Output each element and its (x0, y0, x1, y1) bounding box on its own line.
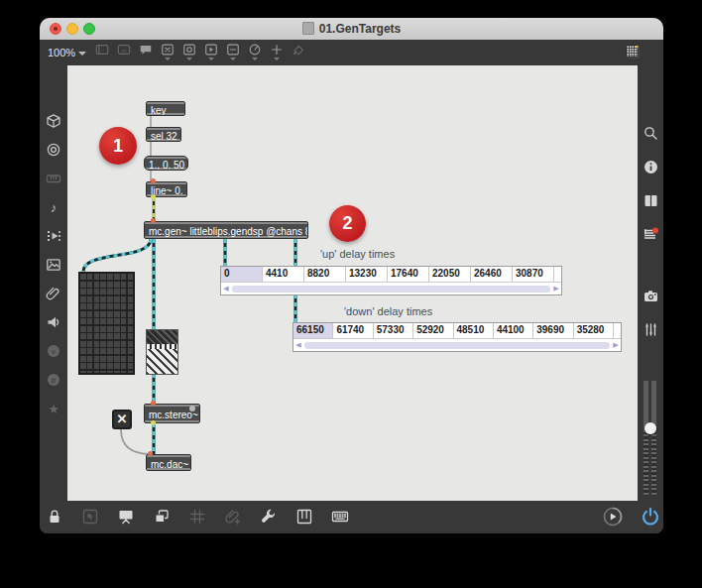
table-cell[interactable]: 30870 (513, 267, 554, 282)
qwerty-keyboard-icon[interactable] (331, 508, 349, 526)
object-palette: m (95, 43, 305, 59)
table-cell[interactable]: 0 (221, 267, 263, 282)
number-box-icon[interactable] (226, 43, 240, 59)
music-note-icon[interactable]: ♪ (46, 199, 61, 215)
title-bar[interactable]: 01.GenTargets (40, 18, 663, 41)
down-delay-table[interactable]: 6615061740573305292048510441003969035280… (292, 322, 622, 352)
paint-bucket-icon[interactable] (292, 43, 305, 59)
matrix-grid-object[interactable] (78, 272, 135, 375)
table-cell[interactable]: 48510 (454, 323, 494, 338)
step-badge-2: 2 (329, 205, 366, 242)
table-cell[interactable]: 4410 (263, 267, 304, 282)
inlet-dot (151, 401, 156, 406)
console-icon[interactable] (643, 226, 659, 243)
toggle-object-icon[interactable] (161, 43, 175, 59)
key-object[interactable]: key (146, 101, 185, 116)
button-object-icon[interactable] (182, 43, 196, 59)
table-cell[interactable]: 13230 (346, 267, 388, 282)
toolbar-right-icons (624, 43, 642, 60)
dial-icon[interactable] (248, 43, 262, 59)
grid-snap-icon[interactable] (188, 508, 206, 526)
object-box-icon[interactable] (95, 43, 109, 59)
svg-text:♪: ♪ (51, 200, 58, 215)
scroll-track[interactable] (304, 342, 610, 349)
midi-keyboard-icon[interactable] (46, 171, 61, 186)
mc-multislider-object[interactable] (146, 329, 178, 375)
comment-icon[interactable] (139, 43, 153, 59)
table-cell[interactable]: 35280 (574, 323, 614, 338)
up-delay-table[interactable]: 0441088201323017640220502646030870◀▶ (220, 266, 562, 295)
audio-plug-icon[interactable] (46, 314, 61, 330)
gain-knob[interactable] (644, 422, 656, 434)
lock-icon[interactable] (46, 508, 63, 526)
toggle-object[interactable]: ✕ (112, 410, 132, 429)
search-icon[interactable] (643, 125, 659, 142)
svg-text:★: ★ (48, 402, 59, 416)
patcher-window: 01.GenTargets 100% m ♪vb★ (40, 18, 663, 533)
mc-multislider-bottom (147, 349, 177, 374)
scroll-right-icon[interactable]: ▶ (611, 339, 621, 351)
step-badge-1: 1 (99, 127, 137, 165)
table-cell[interactable]: 52920 (413, 323, 453, 338)
select-arrow-icon[interactable] (81, 508, 99, 526)
layers-icon[interactable] (153, 508, 171, 526)
star-icon[interactable]: ★ (46, 401, 61, 416)
target-icon[interactable] (46, 142, 61, 158)
paperclip-icon[interactable] (46, 286, 61, 301)
add-object-icon[interactable] (270, 43, 284, 59)
chevron-down-icon (252, 58, 258, 60)
wrench-icon[interactable] (260, 508, 278, 526)
table-cell[interactable]: 8820 (304, 267, 346, 282)
table-cells: 6615061740573305292048510441003969035280 (293, 323, 621, 338)
outlet-dot (151, 420, 156, 425)
zoom-level-dropdown[interactable]: 100% (44, 44, 90, 61)
table-scrollbar[interactable]: ◀▶ (221, 282, 561, 294)
scroll-right-icon[interactable]: ▶ (551, 283, 561, 294)
down-delay-label: 'down' delay times (344, 305, 432, 317)
inlet-dot (148, 451, 153, 456)
audio-power-icon[interactable] (640, 506, 661, 528)
top-toolbar: 100% m (40, 40, 663, 65)
mcdac-object[interactable]: mc.dac~ (146, 454, 191, 471)
patcher-canvas[interactable]: key sel 32 1., 0. 50 line~ 0. mc.gen~ li… (67, 65, 638, 501)
chevron-down-icon (230, 58, 236, 60)
message-box[interactable]: 1., 0. 50 (144, 156, 188, 171)
table-cell[interactable]: 39690 (533, 323, 573, 338)
vizzie-icon[interactable]: v (46, 343, 61, 359)
table-cell[interactable]: 57330 (374, 323, 413, 338)
sequencer-icon[interactable] (46, 228, 61, 244)
info-icon[interactable] (643, 159, 659, 176)
chevron-down-icon (208, 58, 214, 60)
table-cell[interactable]: 61740 (333, 323, 373, 338)
beap-icon[interactable]: b (46, 372, 61, 388)
sel-object[interactable]: sel 32 (146, 127, 181, 142)
scroll-left-icon[interactable]: ◀ (293, 339, 303, 351)
presentation-icon[interactable] (117, 508, 135, 526)
reference-icon[interactable] (643, 192, 659, 209)
play-circle-icon[interactable] (602, 506, 624, 528)
chevron-down-icon (165, 58, 171, 60)
message-box-icon[interactable]: m (117, 43, 131, 59)
scroll-left-icon[interactable]: ◀ (221, 283, 231, 294)
table-cell[interactable]: 17640 (388, 267, 429, 282)
master-gain-slider[interactable] (644, 381, 657, 496)
scroll-track[interactable] (232, 286, 550, 293)
table-cell[interactable]: 26460 (471, 267, 513, 282)
mixer-icon[interactable] (643, 321, 659, 338)
mcgen-object[interactable]: mc.gen~ littleblips.gendsp @chans 8 (144, 221, 308, 239)
attach-icon[interactable] (224, 508, 242, 526)
grid-paper-icon[interactable] (624, 43, 642, 60)
chevron-down-icon (274, 58, 280, 60)
snapshot-camera-icon[interactable] (643, 288, 659, 304)
inlet-dot (151, 178, 156, 183)
table-scrollbar[interactable]: ◀▶ (293, 338, 621, 351)
table-cell[interactable]: 44100 (494, 323, 533, 338)
playbar-icon[interactable] (204, 43, 218, 59)
piano-keys-icon[interactable] (295, 508, 313, 526)
window-title: 01.GenTargets (40, 18, 663, 40)
table-cell[interactable]: 66150 (293, 323, 333, 338)
bottom-toolbar (40, 501, 663, 533)
image-icon[interactable] (46, 257, 61, 273)
table-cell[interactable]: 22050 (429, 267, 471, 282)
cube-icon[interactable] (46, 113, 61, 129)
